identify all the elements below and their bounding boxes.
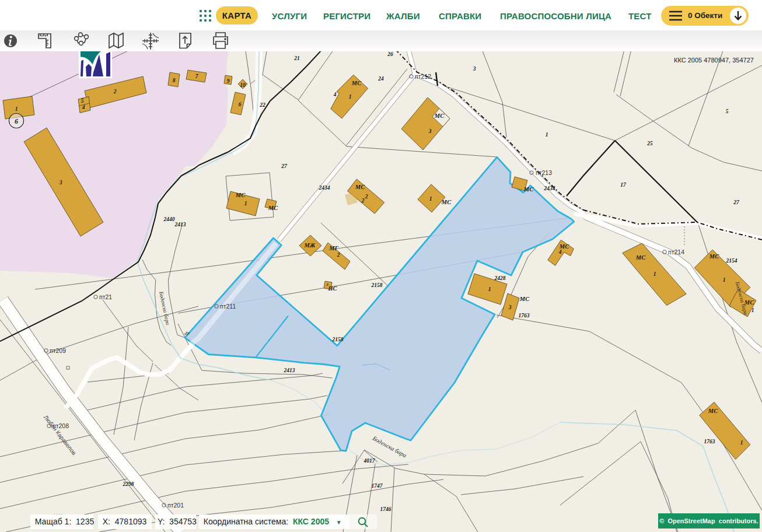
svg-text:1747: 1747 (372, 483, 383, 489)
svg-text:ПС: ПС (327, 285, 337, 292)
svg-text:МГ: МГ (328, 245, 338, 251)
svg-text:4017: 4017 (363, 458, 376, 464)
svg-text:2298: 2298 (123, 481, 134, 487)
svg-text:2413: 2413 (284, 368, 295, 373)
svg-text:МС: МС (523, 186, 534, 192)
svg-text:2: 2 (361, 198, 365, 204)
svg-text:8: 8 (173, 78, 176, 83)
svg-text:2: 2 (365, 194, 368, 200)
svg-text:1: 1 (723, 277, 726, 283)
svg-text:ККС 2005 4780947, 354727: ККС 2005 4780947, 354727 (674, 57, 754, 64)
svg-text:пт21: пт21 (99, 293, 112, 300)
svg-text:пт213: пт213 (536, 169, 552, 176)
svg-text:МС: МС (235, 192, 246, 198)
svg-text:1763: 1763 (519, 313, 530, 318)
svg-text:6: 6 (15, 117, 18, 125)
svg-text:24: 24 (377, 76, 384, 82)
svg-text:2428: 2428 (494, 275, 506, 281)
svg-text:1: 1 (349, 94, 352, 100)
svg-text:МС: МС (709, 253, 719, 260)
svg-text:2158: 2158 (371, 282, 383, 288)
svg-text:25: 25 (646, 141, 653, 146)
svg-text:МЖ: МЖ (304, 242, 316, 249)
svg-text:9: 9 (227, 78, 230, 84)
svg-text:2: 2 (337, 252, 340, 258)
svg-text:2434: 2434 (544, 186, 555, 191)
svg-text:1763: 1763 (704, 439, 715, 444)
svg-text:27: 27 (281, 163, 288, 169)
svg-text:17: 17 (620, 182, 627, 188)
svg-text:3: 3 (473, 66, 476, 72)
svg-text:2158: 2158 (332, 337, 344, 342)
svg-text:1: 1 (488, 286, 491, 292)
svg-text:4: 4 (82, 104, 85, 110)
svg-text:пт212: пт212 (415, 73, 431, 80)
svg-text:МС: МС (519, 296, 530, 302)
svg-text:3: 3 (428, 128, 432, 134)
svg-text:МС: МС (635, 254, 646, 261)
svg-text:2434: 2434 (319, 185, 330, 191)
svg-text:МС: МС (708, 408, 718, 414)
svg-text:2440: 2440 (163, 216, 175, 222)
svg-text:3: 3 (59, 180, 62, 186)
svg-text:22: 22 (259, 102, 265, 108)
svg-text:1: 1 (15, 106, 18, 112)
svg-text:10: 10 (240, 82, 246, 88)
svg-text:МС: МС (441, 199, 452, 205)
svg-text:4: 4 (558, 249, 562, 255)
svg-text:27: 27 (733, 200, 740, 205)
svg-text:3: 3 (508, 304, 512, 310)
svg-text:1: 1 (546, 132, 548, 138)
svg-text:26: 26 (387, 51, 393, 57)
svg-text:пт214: пт214 (668, 249, 684, 256)
svg-text:МС: МС (351, 80, 362, 86)
svg-text:2154: 2154 (726, 258, 737, 264)
svg-text:5: 5 (726, 108, 729, 114)
svg-text:МС: МС (355, 184, 365, 190)
svg-text:1: 1 (751, 307, 754, 313)
svg-text:пт211: пт211 (220, 303, 236, 310)
svg-text:6: 6 (239, 102, 242, 107)
svg-text:1: 1 (244, 201, 247, 206)
svg-text:пт209: пт209 (50, 347, 66, 354)
svg-text:МС: МС (434, 113, 445, 119)
svg-text:пт201: пт201 (167, 502, 184, 509)
svg-text:МС: МС (559, 243, 569, 250)
svg-text:МС: МС (268, 205, 278, 211)
svg-text:2: 2 (113, 89, 117, 94)
svg-text:1: 1 (653, 271, 656, 277)
svg-text:21: 21 (293, 55, 300, 61)
svg-text:1: 1 (740, 440, 743, 446)
svg-text:5: 5 (81, 98, 84, 104)
svg-text:4: 4 (333, 92, 337, 97)
svg-text:1: 1 (429, 196, 432, 202)
svg-text:2413: 2413 (174, 222, 186, 228)
svg-text:1746: 1746 (380, 506, 392, 512)
